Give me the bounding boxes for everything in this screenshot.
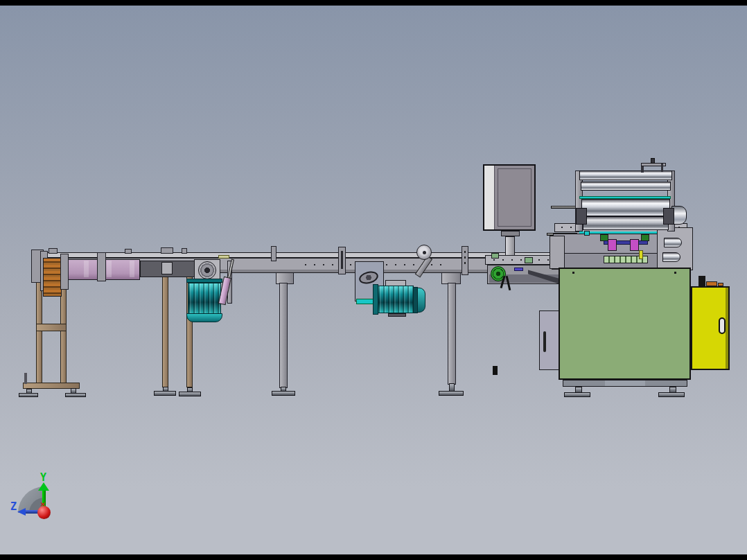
leg bbox=[36, 276, 42, 387]
cad-window: Y Z ✕ bbox=[0, 0, 747, 560]
yellow-post bbox=[639, 250, 643, 259]
foot-pad bbox=[439, 391, 464, 396]
orange-clamp bbox=[706, 281, 717, 286]
hmi-side-strip bbox=[484, 166, 495, 229]
cable-end bbox=[493, 366, 498, 375]
adjuster-pin bbox=[24, 373, 27, 384]
foot-pad bbox=[272, 391, 295, 396]
foot-pad bbox=[19, 393, 38, 397]
foot-pad bbox=[179, 392, 201, 396]
panel-bolt bbox=[674, 272, 676, 274]
x-axis-marker: ✕ bbox=[40, 501, 46, 508]
y-axis-label: Y bbox=[40, 473, 46, 483]
panel-bolt bbox=[572, 272, 574, 274]
pole bbox=[505, 236, 515, 256]
film-roll-drum[interactable] bbox=[581, 199, 670, 216]
cad-viewport[interactable]: Y Z ✕ bbox=[0, 6, 747, 554]
stack-bracket bbox=[97, 252, 106, 281]
pole-flange bbox=[501, 231, 520, 236]
handle-stub bbox=[661, 164, 663, 172]
door-handle[interactable] bbox=[719, 317, 726, 334]
side-block-right bbox=[657, 227, 693, 270]
motor-cap bbox=[186, 313, 222, 322]
letterbox-top bbox=[0, 0, 747, 6]
motor-body bbox=[188, 283, 221, 315]
handle-stub bbox=[651, 158, 655, 164]
cabinet-green-panel[interactable] bbox=[559, 268, 691, 380]
green-block bbox=[491, 253, 499, 259]
side-rod bbox=[551, 206, 577, 209]
side-roller-stub bbox=[664, 238, 682, 247]
teal-block bbox=[584, 231, 590, 236]
leg bbox=[448, 283, 456, 385]
hmi-screen-bezel[interactable] bbox=[498, 168, 531, 227]
motor-body bbox=[378, 286, 414, 313]
product-stack bbox=[43, 258, 62, 297]
bearing-block bbox=[663, 208, 674, 225]
side-block-left bbox=[550, 236, 565, 269]
rear-panel[interactable] bbox=[539, 310, 560, 370]
z-axis-label: Z bbox=[10, 502, 17, 512]
foot-pad bbox=[154, 391, 176, 396]
film-roller[interactable] bbox=[583, 216, 669, 230]
leg bbox=[279, 283, 288, 388]
magenta-block bbox=[630, 239, 639, 251]
side-roller-stub bbox=[662, 252, 680, 262]
guide-bracket-small[interactable] bbox=[271, 246, 276, 261]
gearbox-face bbox=[198, 261, 216, 279]
motor-foot bbox=[388, 313, 406, 317]
foot-pad bbox=[564, 392, 590, 397]
green-block bbox=[525, 257, 533, 263]
foot-pad bbox=[65, 393, 86, 397]
film-roller[interactable] bbox=[581, 182, 671, 191]
rail-tab bbox=[182, 248, 187, 254]
bracket-holes bbox=[464, 251, 466, 268]
bearing-block bbox=[576, 208, 587, 225]
cross-bar bbox=[36, 324, 67, 331]
leg bbox=[162, 276, 168, 387]
motor-cap bbox=[417, 288, 425, 313]
rear-panel-handle[interactable] bbox=[543, 331, 546, 352]
foot-pad bbox=[658, 392, 685, 397]
film-roller[interactable] bbox=[579, 170, 672, 180]
base-frame bbox=[563, 380, 687, 387]
sensor-strip bbox=[218, 255, 229, 259]
roller-hub bbox=[423, 251, 426, 254]
bracket-slot bbox=[341, 251, 343, 269]
letterbox-bottom bbox=[0, 554, 747, 560]
violet-clamp bbox=[514, 268, 523, 271]
top-bracket bbox=[698, 276, 705, 287]
drive-plate bbox=[161, 262, 173, 274]
handle-hook bbox=[641, 166, 644, 173]
magenta-block bbox=[608, 239, 617, 251]
rail-tab bbox=[125, 249, 132, 254]
stack-guide-right bbox=[60, 254, 69, 290]
rail-tab bbox=[49, 248, 58, 254]
rail-tab bbox=[161, 247, 173, 254]
